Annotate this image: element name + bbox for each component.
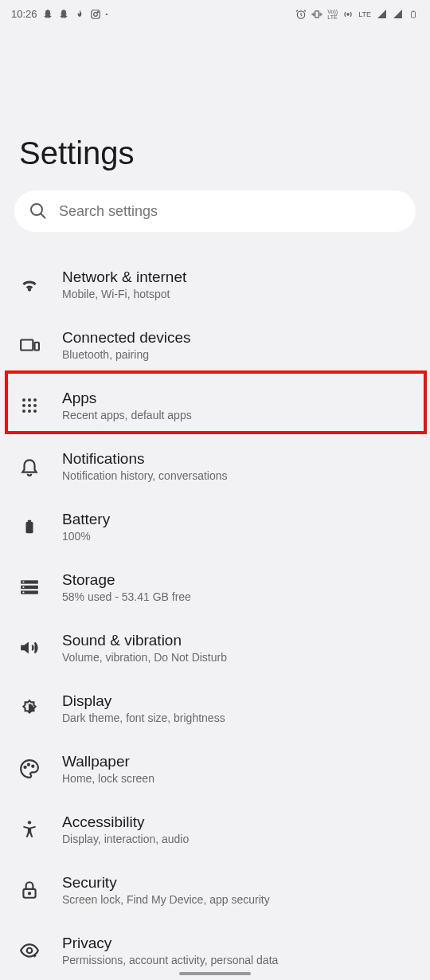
settings-item-network[interactable]: Network & internet Mobile, Wi-Fi, hotspo… [0, 254, 430, 315]
status-bar: 10:26 • Vo)) LTE LTE [0, 0, 430, 28]
settings-item-wallpaper[interactable]: Wallpaper Home, lock screen [0, 739, 430, 799]
svg-point-2 [97, 11, 98, 12]
status-left: 10:26 • [11, 8, 108, 20]
palette-icon [19, 759, 40, 779]
settings-item-sound[interactable]: Sound & vibration Volume, vibration, Do … [0, 617, 430, 678]
svg-point-28 [28, 764, 29, 766]
svg-rect-4 [315, 10, 319, 17]
settings-list: Network & internet Mobile, Wi-Fi, hotspo… [0, 254, 430, 980]
item-subtitle: 100% [62, 530, 110, 543]
item-text: Connected devices Bluetooth, pairing [62, 329, 191, 361]
svg-point-1 [93, 12, 97, 16]
settings-item-connected-devices[interactable]: Connected devices Bluetooth, pairing [0, 315, 430, 375]
svg-point-15 [33, 404, 37, 407]
svg-rect-6 [412, 11, 416, 18]
settings-item-accessibility[interactable]: Accessibility Display, interaction, audi… [0, 799, 430, 860]
settings-item-notifications[interactable]: Notifications Notification history, conv… [0, 436, 430, 496]
item-subtitle: Home, lock screen [62, 772, 154, 785]
svg-point-26 [22, 591, 24, 593]
svg-point-24 [22, 581, 24, 582]
item-subtitle: Permissions, account activity, personal … [62, 954, 278, 966]
signal-icon-2 [392, 9, 403, 20]
settings-item-battery[interactable]: Battery 100% [0, 496, 430, 557]
svg-point-7 [31, 204, 42, 215]
search-input[interactable] [59, 203, 401, 220]
apps-grid-icon [19, 395, 40, 416]
item-text: Display Dark theme, font size, brightnes… [62, 692, 225, 724]
item-title: Connected devices [62, 329, 191, 347]
brightness-icon [19, 698, 40, 719]
search-box[interactable] [14, 190, 416, 232]
wifi-icon [19, 274, 40, 295]
flame-icon [74, 9, 85, 20]
item-title: Apps [62, 390, 192, 407]
search-container[interactable] [14, 190, 416, 232]
svg-rect-19 [26, 522, 33, 533]
item-text: Accessibility Display, interaction, audi… [62, 813, 189, 845]
item-text: Apps Recent apps, default apps [62, 390, 192, 421]
item-text: Wallpaper Home, lock screen [62, 753, 154, 785]
settings-item-display[interactable]: Display Dark theme, font size, brightnes… [0, 678, 430, 739]
item-subtitle: Mobile, Wi-Fi, hotspot [62, 288, 186, 300]
search-icon [29, 202, 48, 221]
item-title: Privacy [62, 935, 278, 952]
lock-icon [19, 880, 40, 900]
signal-icon [376, 9, 387, 20]
svg-point-30 [28, 821, 31, 824]
item-text: Notifications Notification history, conv… [62, 450, 228, 482]
item-subtitle: Display, interaction, audio [62, 833, 189, 845]
item-subtitle: Notification history, conversations [62, 469, 228, 482]
page-title: Settings [0, 28, 430, 190]
bell-icon [19, 456, 40, 476]
settings-item-apps[interactable]: Apps Recent apps, default apps [0, 375, 430, 436]
settings-item-security[interactable]: Security Screen lock, Find My Device, ap… [0, 860, 430, 920]
status-right: Vo)) LTE LTE [295, 9, 419, 20]
svg-point-10 [22, 398, 25, 402]
snapchat-icon-2 [58, 9, 69, 20]
dot-icon: • [106, 10, 108, 18]
alarm-icon [295, 9, 307, 20]
hotspot-icon [342, 9, 354, 20]
item-text: Security Screen lock, Find My Device, ap… [62, 874, 270, 906]
item-subtitle: Volume, vibration, Do Not Disturb [62, 651, 227, 664]
settings-item-storage[interactable]: Storage 58% used - 53.41 GB free [0, 557, 430, 617]
item-title: Wallpaper [62, 753, 154, 770]
item-text: Battery 100% [62, 511, 110, 543]
svg-point-13 [22, 404, 25, 407]
svg-point-27 [25, 766, 26, 768]
battery-icon [408, 9, 419, 20]
svg-point-33 [27, 948, 33, 954]
item-title: Storage [62, 571, 191, 589]
svg-point-12 [33, 398, 37, 402]
vibrate-icon [311, 9, 322, 20]
svg-point-5 [347, 13, 349, 14]
storage-icon [19, 577, 40, 598]
svg-rect-20 [28, 520, 32, 522]
item-text: Storage 58% used - 53.41 GB free [62, 571, 191, 603]
instagram-icon [90, 9, 101, 20]
accessibility-icon [19, 819, 40, 840]
item-title: Network & internet [62, 269, 186, 286]
lte-label: LTE [358, 10, 371, 18]
privacy-eye-icon [19, 940, 40, 961]
svg-point-16 [22, 410, 25, 413]
item-title: Notifications [62, 450, 228, 468]
item-title: Accessibility [62, 813, 189, 831]
svg-point-17 [28, 410, 31, 413]
svg-rect-8 [21, 340, 33, 351]
item-title: Security [62, 874, 270, 892]
svg-point-18 [33, 410, 37, 413]
svg-point-14 [28, 404, 31, 407]
item-subtitle: Bluetooth, pairing [62, 348, 191, 361]
svg-point-11 [28, 398, 31, 402]
item-text: Sound & vibration Volume, vibration, Do … [62, 632, 227, 664]
svg-point-29 [32, 766, 33, 767]
item-title: Sound & vibration [62, 632, 227, 649]
item-title: Battery [62, 511, 110, 528]
sound-icon [19, 637, 40, 658]
navigation-handle[interactable] [179, 972, 251, 975]
settings-item-privacy[interactable]: Privacy Permissions, account activity, p… [0, 920, 430, 980]
devices-icon [19, 335, 40, 355]
item-subtitle: Recent apps, default apps [62, 409, 192, 421]
snapchat-icon [42, 9, 53, 20]
